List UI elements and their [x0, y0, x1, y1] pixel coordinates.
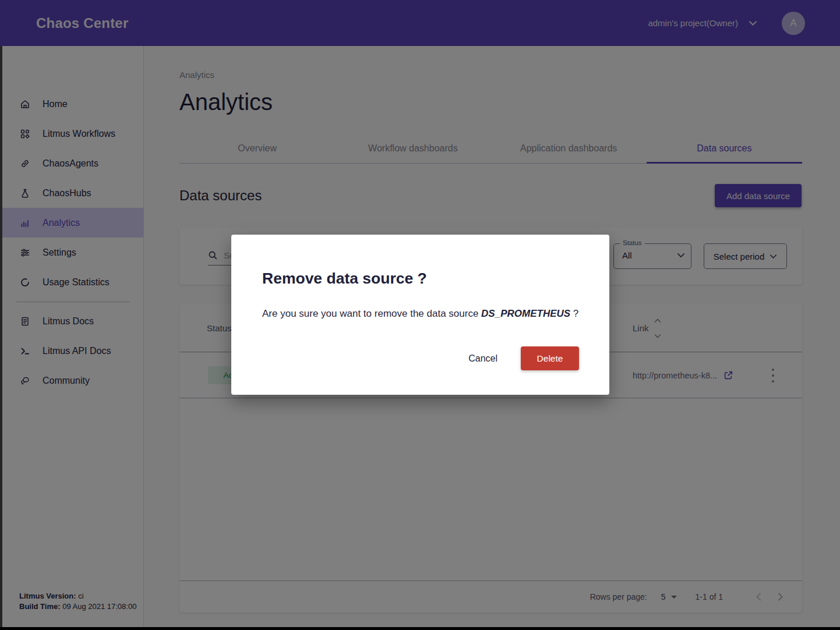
modal-body-prefix: Are you sure you want to remove the data… [262, 308, 481, 319]
data-source-name: DS_PROMETHEUS [481, 308, 570, 319]
modal-actions: Cancel Delete [468, 346, 579, 370]
bottom-bar [0, 627, 840, 630]
remove-data-source-modal: Remove data source ? Are you sure you wa… [231, 235, 609, 395]
modal-title: Remove data source ? [262, 270, 427, 288]
app-root: Chaos Center admin's project(Owner) A Ho… [0, 0, 840, 630]
cancel-button[interactable]: Cancel [468, 353, 497, 364]
delete-button[interactable]: Delete [521, 346, 579, 370]
modal-body: Are you sure you want to remove the data… [262, 308, 580, 320]
modal-body-suffix: ? [570, 308, 578, 319]
